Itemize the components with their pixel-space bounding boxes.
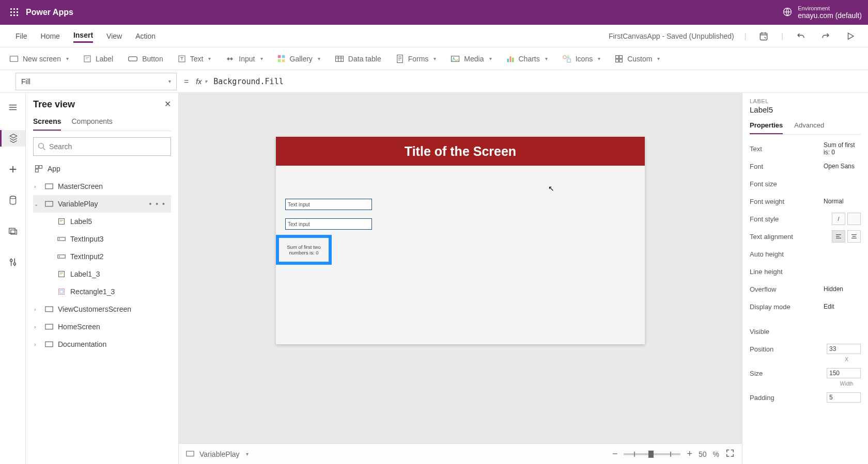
tree-search[interactable]	[33, 137, 171, 156]
prop-overflow-value[interactable]: Hidden	[824, 285, 861, 293]
tree-node-textinput3[interactable]: TextInput3	[33, 230, 171, 248]
svg-rect-20	[335, 56, 343, 61]
ribbon-label[interactable]: Label	[83, 55, 113, 63]
data-icon[interactable]	[5, 192, 21, 209]
tree-label: Label1_3	[70, 270, 100, 278]
prop-size-width-value[interactable]: 150	[827, 368, 861, 378]
textinput-icon	[57, 252, 66, 261]
tab-advanced[interactable]: Advanced	[794, 119, 824, 134]
zoom-in-button[interactable]: +	[687, 449, 692, 459]
tree-node-viewcustomers[interactable]: › ViewCustomersScreen	[33, 300, 171, 318]
prop-font-value[interactable]: Open Sans	[824, 163, 861, 170]
ribbon-button[interactable]: Button	[128, 55, 163, 63]
chevron-down-icon: ▾	[489, 56, 492, 61]
ribbon-text[interactable]: Text▾	[178, 55, 211, 63]
tree-view-icon[interactable]	[0, 130, 25, 147]
canvas-scroll[interactable]: Title of the Screen Text input Text inpu…	[179, 93, 742, 443]
menu-insert[interactable]: Insert	[73, 29, 93, 43]
svg-rect-12	[129, 56, 137, 60]
chevron-down-icon[interactable]: ⌄	[34, 201, 40, 207]
fullscreen-icon[interactable]	[725, 449, 735, 459]
prop-displaymode-value[interactable]: Edit	[824, 303, 861, 310]
search-input[interactable]	[49, 142, 166, 151]
tree-node-masterscreen[interactable]: › MasterScreen	[33, 178, 171, 195]
tree-node-label1-3[interactable]: Label1_3	[33, 265, 171, 283]
svg-rect-25	[509, 56, 511, 62]
properties-panel: LABEL Label5 Properties Advanced Text Su…	[742, 93, 868, 464]
fontstyle-italic[interactable]: /	[832, 213, 845, 225]
zoom-out-button[interactable]: −	[612, 449, 618, 459]
app-icon	[34, 164, 43, 173]
canvas-selected-label[interactable]: Sum of first two numbers is: 0	[276, 235, 332, 265]
align-center-button[interactable]	[847, 230, 861, 243]
fx-icon[interactable]: fx ▾	[196, 77, 207, 86]
ribbon-media[interactable]: Media▾	[451, 55, 491, 63]
tree-node-textinput2[interactable]: TextInput2	[33, 248, 171, 265]
status-screen-name[interactable]: VariablePlay	[199, 450, 240, 458]
chevron-right-icon[interactable]: ›	[34, 324, 40, 330]
ribbon-charts[interactable]: Charts▾	[506, 55, 548, 63]
play-icon[interactable]	[843, 29, 858, 43]
media-rail-icon[interactable]	[5, 223, 21, 239]
zoom-slider[interactable]	[624, 453, 680, 455]
svg-rect-0	[10, 8, 12, 10]
menu-file[interactable]: File	[16, 30, 27, 42]
tree-node-app[interactable]: App	[33, 160, 171, 178]
canvas-banner[interactable]: Title of the Screen	[276, 137, 645, 166]
ribbon-input[interactable]: Input▾	[225, 55, 262, 63]
canvas-textinput-2[interactable]: Text input	[285, 218, 372, 230]
prop-position: Position 33	[750, 340, 861, 358]
prop-fontweight-value[interactable]: Normal	[824, 198, 861, 205]
zoom-thumb[interactable]	[648, 451, 654, 458]
ribbon-new-screen[interactable]: New screen▾	[9, 55, 69, 63]
waffle-icon[interactable]	[6, 4, 23, 21]
formula-input[interactable]: Background.Fill	[210, 77, 868, 86]
undo-icon[interactable]	[794, 29, 808, 43]
hamburger-icon[interactable]	[5, 99, 21, 116]
fontstyle-more[interactable]	[847, 213, 861, 225]
align-left-button[interactable]	[832, 230, 845, 243]
environment-block[interactable]: Environment enayu.com (default)	[782, 5, 862, 20]
tree-node-documentation[interactable]: › Documentation	[33, 335, 171, 353]
doc-status: FirstCanvasApp - Saved (Unpublished)	[609, 32, 734, 40]
ribbon-icons[interactable]: Icons▾	[562, 55, 600, 63]
svg-rect-43	[45, 201, 53, 206]
more-icon[interactable]: • • •	[149, 200, 166, 208]
tree-title: Tree view	[33, 99, 171, 110]
close-icon[interactable]: ✕	[164, 99, 171, 109]
prop-visible: Visible	[750, 323, 861, 340]
prop-text-value[interactable]: Sum of first is: 0	[824, 141, 861, 156]
svg-rect-16	[277, 55, 281, 58]
ribbon-forms[interactable]: Forms▾	[396, 54, 437, 63]
ribbon-datatable[interactable]: Data table	[335, 55, 381, 63]
canvas-textinput-1[interactable]: Text input	[285, 199, 372, 210]
chevron-right-icon[interactable]: ›	[34, 307, 40, 312]
tree-label: VariablePlay	[58, 200, 98, 208]
chevron-right-icon[interactable]: ›	[34, 342, 40, 347]
canvas[interactable]: Title of the Screen Text input Text inpu…	[276, 137, 645, 344]
tab-screens[interactable]: Screens	[33, 115, 61, 131]
redo-icon[interactable]	[818, 29, 833, 43]
property-selector[interactable]: Fill ▾	[16, 73, 177, 90]
settings-rail-icon[interactable]	[5, 254, 21, 270]
tab-properties[interactable]: Properties	[750, 119, 783, 134]
search-icon	[38, 142, 46, 151]
add-icon[interactable]	[5, 161, 21, 178]
prop-position-x-value[interactable]: 33	[827, 344, 861, 354]
tab-components[interactable]: Components	[71, 115, 112, 131]
tree-node-homescreen[interactable]: › HomeScreen	[33, 318, 171, 335]
tree-label: Label5	[70, 217, 92, 226]
app-checker-icon[interactable]	[756, 29, 771, 43]
screen-icon	[44, 305, 54, 314]
menu-action[interactable]: Action	[135, 30, 156, 42]
prop-padding-value[interactable]: 5	[827, 392, 861, 403]
tree-node-variableplay[interactable]: ⌄ VariablePlay • • •	[33, 195, 171, 213]
chevron-down-icon[interactable]: ▾	[246, 451, 249, 457]
ribbon-gallery[interactable]: Gallery▾	[277, 55, 320, 63]
menu-view[interactable]: View	[106, 30, 122, 42]
chevron-right-icon[interactable]: ›	[34, 184, 40, 189]
tree-node-rectangle1-3[interactable]: Rectangle1_3	[33, 283, 171, 300]
tree-node-label5[interactable]: Label5	[33, 213, 171, 230]
ribbon-custom[interactable]: Custom▾	[615, 55, 660, 63]
menu-home[interactable]: Home	[41, 30, 60, 42]
